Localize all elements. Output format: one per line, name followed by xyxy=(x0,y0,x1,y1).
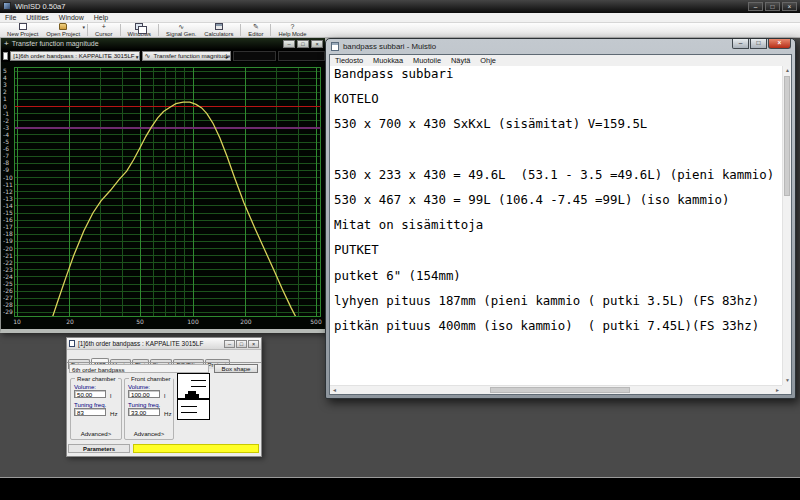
windows-icon xyxy=(135,23,143,30)
scroll-down-icon[interactable]: ▼ xyxy=(783,376,792,385)
volume-input[interactable]: 100.00 xyxy=(128,390,160,398)
box-type-label: 6th order bandpass xyxy=(69,364,209,373)
y-axis-tick-label: -11 xyxy=(3,182,13,188)
y-axis-tick-label: 0 xyxy=(3,104,7,110)
toolbar-separator xyxy=(120,24,121,36)
y-axis-tick-label: -5 xyxy=(3,139,9,145)
winisd-toolbar: New ProjectOpen Project▾+CursorWindows∿S… xyxy=(0,23,800,38)
winisd-close-button[interactable]: × xyxy=(782,2,797,11)
winisd-maximize-button[interactable]: □ xyxy=(765,2,780,11)
notepad-text-area[interactable]: Bandpass subbari KOTELO 530 x 700 x 430 … xyxy=(330,66,782,385)
project-titlebar[interactable]: [1]6th order bandpass : KAPPALITE 3015LF… xyxy=(67,338,261,350)
graph-titlebar[interactable]: +Transfer function magnitude – □ × xyxy=(1,38,325,50)
vscroll-thumb[interactable] xyxy=(784,76,790,196)
cursor-icon: + xyxy=(102,23,106,30)
toolbar-editor-button[interactable]: ✎Editor xyxy=(244,23,267,37)
toolbar-signal-gen-button[interactable]: ∿Signal Gen. xyxy=(162,23,200,37)
notepad-menu-muotoile[interactable]: Muotoile xyxy=(408,55,446,66)
volume-label: Volume: xyxy=(74,383,96,390)
vertical-scrollbar[interactable]: ▲ ▼ xyxy=(782,66,791,385)
notepad-maximize-button[interactable]: □ xyxy=(750,39,767,49)
scroll-left-icon[interactable]: ◄ xyxy=(330,386,339,395)
transfer-function-plot[interactable]: 543210-1-2-3-4-5-6-7-8-9-10-11-12-13-14-… xyxy=(1,62,325,329)
y-axis-tick-label: -29 xyxy=(3,309,13,315)
y-axis-tick-label: -14 xyxy=(3,203,13,209)
graph-close-button[interactable]: × xyxy=(311,40,323,48)
volume-input[interactable]: 50.00 xyxy=(74,390,106,398)
tuning-freq-input[interactable]: 33.00 xyxy=(128,408,160,416)
toolbar-separator xyxy=(270,24,271,36)
y-axis-tick-label: 1 xyxy=(3,96,7,102)
new-project-icon xyxy=(19,23,27,30)
project-maximize-button[interactable]: □ xyxy=(236,340,247,348)
project-selector-dropdown[interactable]: [1]6th order bandpass : KAPPALITE 3015LF… xyxy=(10,51,140,61)
toolbar-windows-button[interactable]: Windows xyxy=(124,23,156,37)
winisd-minimize-button[interactable]: – xyxy=(748,2,763,11)
y-axis-tick-label: -18 xyxy=(3,231,13,237)
notepad-menu-tiedosto[interactable]: Tiedosto xyxy=(330,55,368,66)
notepad-menu-muokkaa[interactable]: Muokkaa xyxy=(368,55,408,66)
y-axis-tick-label: -20 xyxy=(3,246,13,252)
notepad-menu-n-yt[interactable]: Näytä xyxy=(446,55,475,66)
winisd-titlebar[interactable]: WinISD 0.50a7 – □ × xyxy=(0,0,800,13)
y-axis-tick-label: -4 xyxy=(3,132,9,138)
scrollbar-corner xyxy=(782,385,791,394)
y-axis-tick-label: -22 xyxy=(3,260,13,266)
graph-minimize-button[interactable]: – xyxy=(283,40,295,48)
y-axis-tick-label: -17 xyxy=(3,224,13,230)
chevron-right-icon: ▸ xyxy=(226,53,229,61)
x-axis-tick-label: 10 xyxy=(9,319,25,325)
transfer-function-window: +Transfer function magnitude – □ × [1]6t… xyxy=(0,38,331,333)
y-axis-tick-label: -3 xyxy=(3,125,9,131)
menu-file[interactable]: File xyxy=(0,13,21,23)
toolbar-open-project-button[interactable]: Open Project▾ xyxy=(42,23,84,37)
advanced-link[interactable]: Advanced> xyxy=(125,430,173,437)
advanced-link[interactable]: Advanced> xyxy=(71,430,121,437)
menu-utilities[interactable]: Utilities xyxy=(21,13,54,23)
x-axis-tick-label: 100 xyxy=(185,319,201,325)
scroll-up-icon[interactable]: ▲ xyxy=(783,66,792,75)
y-axis-tick-label: -1 xyxy=(3,111,9,117)
y-axis-tick-label: -19 xyxy=(3,238,13,244)
port-line xyxy=(181,412,197,413)
notepad-titlebar[interactable]: bandpass subbari - Muistio – □ × xyxy=(326,39,795,54)
chevron-down-icon[interactable]: ▾ xyxy=(83,24,86,30)
box-shape-button[interactable]: Box shape xyxy=(214,364,258,373)
y-axis-tick-label: 2 xyxy=(3,89,7,95)
menu-window[interactable]: Window xyxy=(54,13,89,23)
calculators-icon xyxy=(215,23,223,30)
status-progress-bar xyxy=(133,444,259,453)
notepad-minimize-button[interactable]: – xyxy=(732,39,749,49)
notepad-menu-ohje[interactable]: Ohje xyxy=(475,55,501,66)
sine-wave-icon: ∿ xyxy=(144,52,150,60)
project-minimize-button[interactable]: – xyxy=(224,340,235,348)
y-axis-tick-label: -24 xyxy=(3,274,13,280)
toolbar-new-project-button[interactable]: New Project xyxy=(3,23,42,37)
port-line xyxy=(191,380,206,381)
hscroll-thumb[interactable] xyxy=(490,387,630,393)
help-mode-icon: ? xyxy=(291,23,295,30)
y-axis-tick-label: -26 xyxy=(3,288,13,294)
notepad-close-button[interactable]: × xyxy=(768,39,791,49)
y-axis-tick-label: 5 xyxy=(3,68,7,74)
y-axis-tick-label: -23 xyxy=(3,267,13,273)
horizontal-scrollbar[interactable]: ◄ ► xyxy=(330,385,782,394)
x-axis-tick-label: 500 xyxy=(308,319,324,325)
plot-type-dropdown[interactable]: ∿Transfer function magnitude▸ xyxy=(142,51,230,61)
scroll-right-icon[interactable]: ► xyxy=(773,386,782,395)
menu-help[interactable]: Help xyxy=(89,13,113,23)
graph-restore-button[interactable]: □ xyxy=(297,40,309,48)
toolbar-cursor-button[interactable]: +Cursor xyxy=(91,23,116,37)
tuning-freq-input[interactable]: 83 xyxy=(74,408,106,416)
volume-unit: l xyxy=(110,392,111,399)
toolbar-help-mode-button[interactable]: ?Help Mode xyxy=(274,23,310,37)
project-close-button[interactable]: × xyxy=(248,340,259,348)
x-axis-tick-label: 50 xyxy=(132,319,148,325)
y-axis-tick-label: -13 xyxy=(3,196,13,202)
driver-symbol xyxy=(185,391,199,398)
toolbar-calculators-button[interactable]: Calculators xyxy=(200,23,237,37)
toolbar-separator xyxy=(240,24,241,36)
x-axis-tick-label: 200 xyxy=(238,319,254,325)
graph-selector-bar: [1]6th order bandpass : KAPPALITE 3015LF… xyxy=(1,50,325,62)
notepad-window: bandpass subbari - Muistio – □ × Tiedost… xyxy=(325,38,796,399)
